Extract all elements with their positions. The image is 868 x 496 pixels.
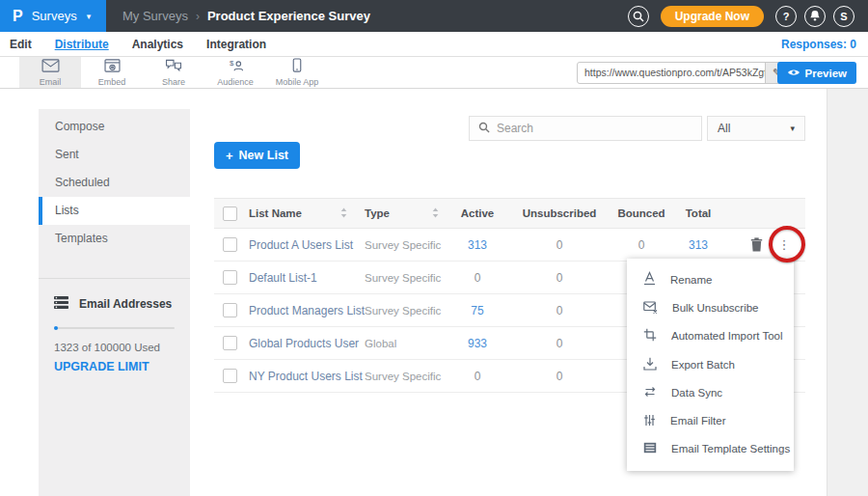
menu-item-bulk-unsubscribe[interactable]: Bulk Unsubscribe xyxy=(627,293,794,321)
list-name-link[interactable]: Default List-1 xyxy=(249,271,357,285)
active-count[interactable]: 0 xyxy=(448,370,506,383)
bounced-count: 0 xyxy=(612,238,670,252)
menu-item-email-filter[interactable]: Email Filter xyxy=(627,406,794,434)
table-header-row: List Name Type Active Unsubscribed Bounc… xyxy=(214,198,805,229)
delete-trash-icon[interactable] xyxy=(750,237,763,252)
list-type-filter-dropdown[interactable]: All ▾ xyxy=(707,116,805,141)
list-name-link[interactable]: Global Products User xyxy=(249,337,357,350)
tab-analytics[interactable]: Analytics xyxy=(132,38,183,51)
topbar-actions: Upgrade Now ? S xyxy=(628,6,868,27)
list-type: Survey Specific xyxy=(357,272,448,284)
breadcrumb-my-surveys[interactable]: My Surveys xyxy=(122,9,188,23)
select-all-checkbox[interactable] xyxy=(223,207,237,221)
list-type: Survey Specific xyxy=(357,305,448,317)
embed-icon xyxy=(104,59,121,76)
automated-import-icon xyxy=(643,328,657,344)
data-sync-icon xyxy=(643,386,657,400)
menu-item-data-sync[interactable]: Data Sync xyxy=(627,378,794,406)
row-checkbox[interactable] xyxy=(223,303,237,317)
search-icon[interactable] xyxy=(628,6,649,27)
channel-share[interactable]: Share xyxy=(143,57,204,88)
bulk-unsubscribe-icon xyxy=(643,300,658,316)
tab-distribute[interactable]: Distribute xyxy=(55,38,109,51)
email-usage-progress-fill xyxy=(54,326,58,330)
email-filter-icon xyxy=(643,414,656,428)
unsubscribed-count: 0 xyxy=(506,370,612,383)
sidebar-item-scheduled[interactable]: Scheduled xyxy=(39,169,190,197)
new-list-button[interactable]: + New List xyxy=(214,142,300,169)
sort-icon[interactable] xyxy=(432,207,439,220)
row-checkbox[interactable] xyxy=(223,270,237,285)
search-input[interactable] xyxy=(497,122,692,135)
sidebar-item-templates[interactable]: Templates xyxy=(39,225,190,253)
upgrade-limit-link[interactable]: UPGRADE LIMIT xyxy=(54,360,175,373)
export-batch-icon xyxy=(643,357,657,372)
breadcrumb-separator: › xyxy=(196,10,200,23)
search-icon xyxy=(478,120,490,137)
channel-embed[interactable]: Embed xyxy=(81,57,143,88)
lists-panel: All ▾ + New List List Name Type xyxy=(214,89,805,496)
unsubscribed-count: 0 xyxy=(506,238,612,252)
breadcrumb: My Surveys › Product Experience Survey xyxy=(122,9,370,23)
audience-icon: $ xyxy=(227,59,245,76)
sort-icon[interactable] xyxy=(340,207,347,220)
tab-edit[interactable]: Edit xyxy=(10,38,32,51)
list-name-link[interactable]: NY Product Users List xyxy=(249,370,357,383)
row-checkbox[interactable] xyxy=(223,336,237,350)
product-switcher[interactable]: P Surveys ▾ xyxy=(0,0,106,32)
header-list-name[interactable]: List Name xyxy=(249,207,357,220)
email-icon xyxy=(41,59,60,76)
total-count[interactable]: 313 xyxy=(670,238,726,252)
active-count[interactable]: 75 xyxy=(448,304,506,317)
email-usage-text: 1323 of 100000 Used xyxy=(54,342,175,353)
rename-icon xyxy=(643,271,656,288)
header-type[interactable]: Type xyxy=(357,207,448,220)
active-count[interactable]: 0 xyxy=(448,271,506,285)
preview-button[interactable]: Preview xyxy=(777,62,856,84)
row-checkbox[interactable] xyxy=(223,237,237,252)
active-count[interactable]: 933 xyxy=(448,337,506,350)
channel-audience[interactable]: $ Audience xyxy=(204,57,266,88)
active-count[interactable]: 313 xyxy=(448,238,506,252)
user-avatar[interactable]: S xyxy=(833,6,854,27)
email-addresses-title: Email Addresses xyxy=(79,297,172,311)
menu-item-rename[interactable]: Rename xyxy=(627,265,794,293)
filter-selected-value: All xyxy=(718,122,730,135)
email-usage-progress-bar xyxy=(54,327,175,329)
top-header-bar: P Surveys ▾ My Surveys › Product Experie… xyxy=(0,0,868,32)
sidebar-item-lists[interactable]: Lists xyxy=(39,197,190,225)
header-active: Active xyxy=(448,207,506,219)
list-type: Survey Specific xyxy=(357,239,448,251)
channel-label: Audience xyxy=(217,77,254,87)
channel-email[interactable]: Email xyxy=(19,57,81,88)
sidebar-nav: Compose Sent Scheduled Lists Templates xyxy=(39,109,190,253)
responses-count[interactable]: Responses: 0 xyxy=(781,38,856,51)
channel-list: Email Embed Share $ Audience Mobile App xyxy=(19,57,328,88)
email-addresses-panel: Email Addresses 1323 of 100000 Used UPGR… xyxy=(39,279,190,373)
upgrade-now-button[interactable]: Upgrade Now xyxy=(661,6,764,27)
chevron-down-icon: ▾ xyxy=(87,12,92,21)
tab-integration[interactable]: Integration xyxy=(206,38,266,51)
plus-icon: + xyxy=(226,149,233,163)
list-type: Survey Specific xyxy=(357,371,448,382)
new-list-label: New List xyxy=(239,149,288,162)
table-row: Product A Users List Survey Specific 313… xyxy=(214,229,805,262)
list-name-link[interactable]: Product Managers List xyxy=(249,304,357,317)
distribute-toolbar: Email Embed Share $ Audience Mobile App xyxy=(0,57,868,89)
list-name-link[interactable]: Product A Users List xyxy=(249,238,357,252)
email-addresses-header: Email Addresses xyxy=(54,295,175,313)
sidebar-item-sent[interactable]: Sent xyxy=(39,141,190,169)
row-checkbox[interactable] xyxy=(223,369,237,383)
notifications-bell-icon[interactable] xyxy=(804,6,826,27)
menu-item-email-template-settings[interactable]: Email Template Settings xyxy=(627,435,794,463)
menu-item-export-batch[interactable]: Export Batch xyxy=(627,350,794,378)
channel-label: Email xyxy=(40,77,62,87)
questionpro-logo: P xyxy=(13,7,23,25)
sidebar-item-compose[interactable]: Compose xyxy=(39,113,190,141)
preview-label: Preview xyxy=(805,68,847,79)
survey-url-value[interactable]: https://www.questionpro.com/t/AP53kZgfo xyxy=(578,63,765,83)
share-icon xyxy=(165,59,182,76)
menu-item-automated-import-tool[interactable]: Automated Import Tool xyxy=(627,322,794,350)
help-button[interactable]: ? xyxy=(775,6,797,27)
channel-mobile-app[interactable]: Mobile App xyxy=(266,57,328,88)
